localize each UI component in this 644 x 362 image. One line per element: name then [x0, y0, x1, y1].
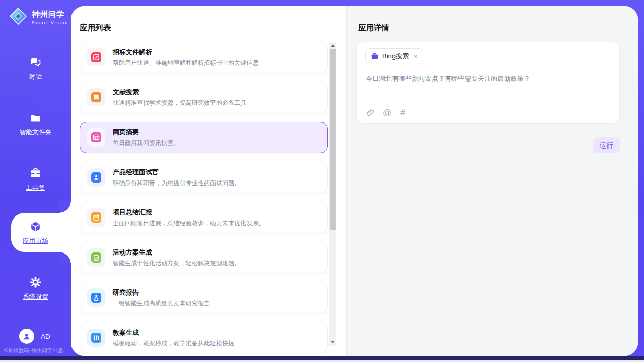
blob-top-curve	[59, 201, 71, 213]
blob-bottom-curve	[59, 252, 71, 264]
briefcase-icon	[371, 52, 379, 60]
app-list-item[interactable]: 研究报告 一键智能生成高质量长文本研究报告	[80, 282, 328, 313]
brand-subtitle: Smart Vision	[32, 20, 68, 25]
query-text[interactable]: 今日湖北有哪些新闻要点？有哪些需要关注的最新政策？	[366, 74, 609, 84]
tool-tag-label: Bing搜索	[382, 52, 409, 61]
user-profile[interactable]: AD	[19, 329, 50, 344]
app-list-item[interactable]: 活动方案生成 智能生成个性化活动方案，轻松解决规划难题。	[80, 242, 328, 273]
user-name: AD	[41, 333, 50, 340]
clipboard-check-icon	[87, 248, 105, 267]
app-item-desc: 快速精准查找学术资源，提高研究效率的必备工具。	[113, 99, 253, 107]
input-toolbar: @#	[366, 108, 405, 117]
app-item-desc: 全面回顾项目进展，总结经验教训，助力未来优化发展。	[113, 219, 265, 228]
app-item-title: 研究报告	[113, 288, 210, 297]
brand-logo: 神州问学 Smart Vision	[9, 7, 68, 28]
app-item-title: 产品经理面试官	[113, 168, 240, 177]
app-item-desc: 一键智能生成高质量长文本研究报告	[113, 299, 210, 308]
user-icon	[19, 329, 34, 344]
app-item-title: 活动方案生成	[113, 248, 240, 257]
sidebar-item-toolset[interactable]: 工具集	[0, 167, 71, 192]
flask-icon	[87, 288, 105, 307]
app-list-scrollbar[interactable]	[329, 42, 336, 346]
hash-icon[interactable]: #	[400, 108, 405, 117]
at-icon[interactable]: @	[383, 108, 391, 117]
brand-title: 神州问学	[32, 10, 68, 19]
app-list-item[interactable]: 项目总结汇报 全面回顾项目进展，总结经验教训，助力未来优化发展。	[80, 202, 328, 233]
app-item-title: 项目总结汇报	[113, 208, 265, 217]
app-list-item[interactable]: 招标文件解析 帮助用户快速、准确地理解和解析招标书中的关键信息	[80, 42, 328, 73]
app-item-title: 文献搜索	[113, 88, 253, 97]
app-list-title: 应用列表	[80, 23, 111, 33]
browser-code-icon	[87, 128, 105, 147]
sidebar-item-settings[interactable]: 系统设置	[0, 276, 71, 301]
diamond-logo-icon	[9, 7, 28, 28]
copyright: ©神州数码·神州问学出品	[4, 347, 63, 354]
app-list-item[interactable]: 产品经理面试官 明确身份和职责，为您提供专业性的面试问题。	[80, 162, 328, 193]
tag-close-icon[interactable]: ×	[414, 53, 418, 60]
app-item-desc: 明确身份和职责，为您提供专业性的面试问题。	[113, 179, 240, 188]
app-item-desc: 智能生成个性化活动方案，轻松解决规划难题。	[113, 259, 240, 268]
cube-icon	[29, 220, 42, 233]
app-item-desc: 帮助用户快速、准确地理解和解析招标书中的关键信息	[113, 59, 259, 67]
sidebar-item-chat[interactable]: 对话	[0, 56, 71, 81]
app-list: 招标文件解析 帮助用户快速、准确地理解和解析招标书中的关键信息 文献搜索 快速精…	[80, 42, 328, 356]
chat-icon	[29, 56, 42, 69]
app-window: 神州问学 Smart Vision 对话 智能文件夹 工具集 应用市场 系统设置	[0, 0, 644, 362]
query-card: Bing搜索 × 今日湖北有哪些新闻要点？有哪些需要关注的最新政策？ @#	[356, 42, 620, 124]
app-item-desc: 每日政府新闻资讯快查。	[113, 139, 180, 148]
scrollbar-thumb[interactable]	[330, 49, 336, 230]
app-item-desc: 模板驱动，教案秒成，教学准备从此轻松快捷	[113, 339, 234, 348]
app-list-item[interactable]: 网页摘要 每日政府新闻资讯快查。	[80, 122, 328, 153]
scroll-up-arrow-icon[interactable]	[331, 44, 335, 47]
sidebar-item-app-market[interactable]: 应用市场	[0, 220, 71, 245]
folder-icon	[29, 112, 42, 125]
tool-tag-bing-search[interactable]: Bing搜索 ×	[365, 48, 423, 64]
window-bottom-bar	[0, 356, 644, 360]
book-icon	[87, 88, 105, 106]
app-list-item[interactable]: 教案生成 模板驱动，教案秒成，教学准备从此轻松快捷	[80, 322, 328, 353]
main-content: 应用列表 招标文件解析 帮助用户快速、准确地理解和解析招标书中的关键信息 文献搜…	[71, 6, 638, 356]
calendar-icon	[87, 208, 105, 227]
paperclip-icon[interactable]	[366, 108, 374, 117]
gear-icon	[29, 276, 42, 289]
toolbox-icon	[29, 167, 42, 180]
doc-edit-icon	[87, 48, 105, 66]
app-item-title: 招标文件解析	[113, 48, 259, 57]
books-icon	[87, 329, 105, 347]
scroll-down-arrow-icon[interactable]	[331, 341, 335, 343]
sidebar-item-smart-folder[interactable]: 智能文件夹	[0, 112, 71, 137]
app-list-panel: 应用列表 招标文件解析 帮助用户快速、准确地理解和解析招标书中的关键信息 文献搜…	[71, 6, 346, 356]
sidebar: 神州问学 Smart Vision 对话 智能文件夹 工具集 应用市场 系统设置	[0, 0, 71, 356]
person-doc-icon	[87, 168, 105, 187]
run-button[interactable]: 运行	[593, 137, 620, 153]
app-detail-title: 应用详情	[358, 23, 389, 33]
app-item-title: 网页摘要	[113, 128, 180, 137]
app-item-title: 教案生成	[113, 328, 234, 337]
app-list-item[interactable]: 文献搜索 快速精准查找学术资源，提高研究效率的必备工具。	[80, 82, 328, 113]
app-detail-panel: 应用详情 Bing搜索 × 今日湖北有哪些新闻要点？有哪些需要关注的最新政策？ …	[346, 6, 638, 356]
